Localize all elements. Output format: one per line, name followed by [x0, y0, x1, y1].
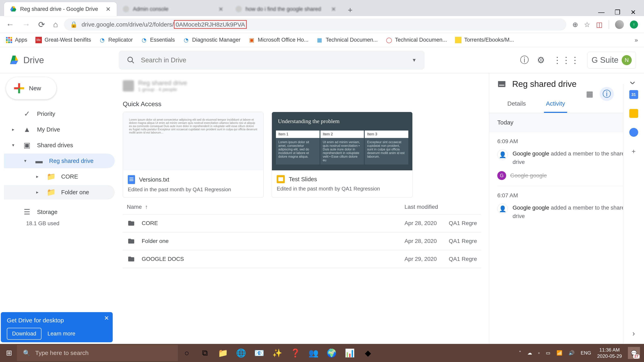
bookmark-item[interactable]: ◔Diagnostic Manager — [183, 37, 240, 43]
url-text: drive.google.com/drive/u/2/folders/0AMoc… — [82, 21, 247, 28]
app-icon[interactable]: ◆ — [360, 346, 376, 360]
activity-time: 6:09 AM — [497, 138, 636, 145]
sidebar-item-priority[interactable]: ✓ Priority — [4, 107, 115, 121]
volume-icon[interactable]: 🔊 — [568, 350, 574, 356]
help-icon[interactable]: ⓘ — [520, 54, 529, 66]
bookmark-apps[interactable]: Apps — [6, 37, 27, 43]
account-avatar[interactable]: N — [622, 55, 632, 65]
forward-button[interactable]: → — [22, 20, 30, 29]
new-button[interactable]: New — [6, 77, 56, 99]
column-modified[interactable]: Last modified — [404, 204, 477, 210]
apps-launcher-icon[interactable]: ⋮⋮⋮ — [553, 55, 580, 65]
sidebar-item-storage[interactable]: ☰ Storage — [4, 205, 115, 219]
drive-logo[interactable]: Drive — [8, 54, 113, 66]
list-item[interactable]: Folder one Apr 28, 2020 QA1 Regre — [123, 232, 481, 250]
minimize-icon[interactable]: — — [598, 8, 604, 16]
zoom-icon[interactable]: ⊕ — [572, 20, 578, 28]
quick-access-card[interactable]: Understanding the problem Item 1Lorem ip… — [272, 112, 412, 198]
activity-date-heading: Today — [489, 113, 644, 132]
column-name[interactable]: Name ↑ — [127, 204, 404, 210]
extension-icon[interactable]: ◫ — [596, 20, 602, 28]
keep-icon[interactable] — [629, 109, 638, 118]
chrome-icon[interactable]: 🌐 — [233, 346, 249, 360]
chevron-right-icon[interactable]: ▸ — [36, 174, 41, 179]
sidebar-item-reg-shared-drive[interactable]: ▾ ▬ Reg shared drive — [4, 154, 115, 168]
app-icon[interactable]: 🌍 — [324, 346, 340, 360]
outlook-icon[interactable]: 📧 — [251, 346, 267, 360]
browser-tab[interactable]: Admin console ✕ — [117, 2, 230, 16]
taskbar-search[interactable]: 🔍 Type here to search — [17, 345, 178, 361]
url-input[interactable]: 🔒 drive.google.com/drive/u/2/folders/0AM… — [64, 18, 566, 30]
excel-icon[interactable]: 📊 — [342, 346, 358, 360]
explorer-icon[interactable]: 📁 — [215, 346, 231, 360]
language-indicator[interactable]: ENG — [580, 350, 591, 356]
chevron-down-icon[interactable]: ▾ — [12, 143, 17, 148]
back-button[interactable]: ← — [6, 20, 14, 29]
storage-used-label: 18.1 GB used — [4, 220, 115, 227]
bookmark-item[interactable]: ▣Microsoft Office Ho... — [248, 37, 308, 43]
sidebar-item-shareddrives[interactable]: ▾ ▣ Shared drives — [4, 138, 115, 152]
chevron-right-icon[interactable]: ▸ — [12, 127, 17, 132]
close-window-icon[interactable]: ✕ — [630, 8, 636, 16]
activity-text: Google google added a member to the shar… — [512, 204, 636, 220]
download-button[interactable]: Download — [7, 328, 42, 340]
add-addon-icon[interactable]: + — [629, 147, 638, 156]
browser-tab-active[interactable]: Reg shared drive - Google Drive ✕ — [4, 2, 117, 16]
gsuite-badge[interactable]: G Suite N — [588, 52, 636, 69]
promo-close-icon[interactable]: ✕ — [104, 315, 109, 322]
sidebar-item-core[interactable]: ▸ 📁 CORE — [4, 169, 115, 184]
tray-chevron-icon[interactable]: ˄ — [519, 350, 521, 356]
breadcrumb[interactable]: Reg shared drive 1 group · 4 people — [123, 77, 481, 94]
slides-file-icon — [277, 175, 285, 183]
battery-icon[interactable]: ▭ — [546, 350, 550, 356]
quick-access-card[interactable]: Lorem ipsum dolor sit amet consectetur a… — [123, 112, 264, 198]
browser-profile-avatar[interactable] — [615, 20, 624, 29]
chevron-right-icon[interactable]: ▸ — [36, 190, 41, 195]
app-icon[interactable]: ✨ — [269, 346, 285, 360]
maximize-icon[interactable]: ❐ — [614, 8, 620, 16]
app-icon[interactable]: ❓ — [288, 346, 304, 360]
chevron-down-icon[interactable]: ▾ — [24, 158, 29, 163]
home-button[interactable]: ⌂ — [53, 20, 58, 29]
tab-activity[interactable]: Activity — [544, 97, 567, 113]
bookmark-item[interactable]: lifeGreat-West benifits — [36, 37, 91, 43]
bookmark-item[interactable]: Torrents/Ebooks/M... — [455, 37, 514, 43]
new-tab-button[interactable]: + — [344, 4, 356, 16]
expand-panel-icon[interactable]: › — [632, 329, 635, 338]
tray-icon[interactable]: ▫ — [538, 350, 540, 356]
teams-icon[interactable]: 👥 — [306, 346, 322, 360]
search-options-icon[interactable]: ▼ — [412, 57, 416, 63]
drive-desktop-promo: ✕ Get Drive for desktop Download Learn m… — [1, 312, 113, 342]
browser-tab[interactable]: how do i find the google shared ✕ — [230, 2, 342, 16]
wifi-icon[interactable]: 📶 — [556, 350, 562, 356]
learn-more-link[interactable]: Learn more — [48, 331, 75, 337]
info-toggle-icon[interactable]: ⓘ — [600, 87, 614, 101]
sidebar-item-mydrive[interactable]: ▸ ▲ My Drive — [4, 122, 115, 137]
onedrive-icon[interactable]: ☁ — [527, 350, 532, 356]
bookmark-star-icon[interactable]: ☆ — [584, 20, 590, 28]
notifications-icon[interactable]: 💬27 — [628, 347, 640, 359]
search-input[interactable] — [141, 56, 406, 64]
search-box[interactable]: ▼ — [119, 51, 425, 70]
calendar-icon[interactable]: 31 — [629, 90, 638, 99]
task-view-icon[interactable]: ⧉ — [197, 346, 213, 360]
start-button[interactable]: ⊞ — [2, 346, 16, 360]
taskbar-clock[interactable]: 11:36 AM 2020-05-29 — [597, 347, 622, 359]
bookmarks-overflow-icon[interactable]: » — [634, 37, 638, 43]
bookmark-item[interactable]: ◯Technical Documen... — [386, 37, 447, 43]
update-indicator-icon[interactable]: ↑ — [630, 20, 638, 28]
tab-close-icon[interactable]: ✕ — [106, 6, 111, 13]
bookmark-item[interactable]: ◔Essentials — [141, 37, 175, 43]
file-subtitle: Edited in the past month by QA1 Regressi… — [128, 186, 258, 193]
bookmark-item[interactable]: ▦Technical Documen... — [316, 37, 378, 43]
sidebar-item-folderone[interactable]: ▸ 📁 Folder one — [4, 185, 115, 200]
bookmark-item[interactable]: ◔Replicator — [99, 37, 133, 43]
cortana-icon[interactable]: ○ — [179, 346, 195, 360]
list-item[interactable]: CORE Apr 28, 2020 QA1 Regre — [123, 214, 481, 232]
grid-view-icon[interactable]: ▦ — [584, 88, 596, 100]
tasks-icon[interactable] — [629, 128, 638, 137]
settings-gear-icon[interactable]: ⚙ — [537, 55, 545, 65]
list-item[interactable]: GOOGLE DOCS Apr 29, 2020 QA1 Regre — [123, 250, 481, 268]
tab-details[interactable]: Details — [505, 97, 528, 113]
reload-button[interactable]: ⟳ — [38, 20, 45, 29]
